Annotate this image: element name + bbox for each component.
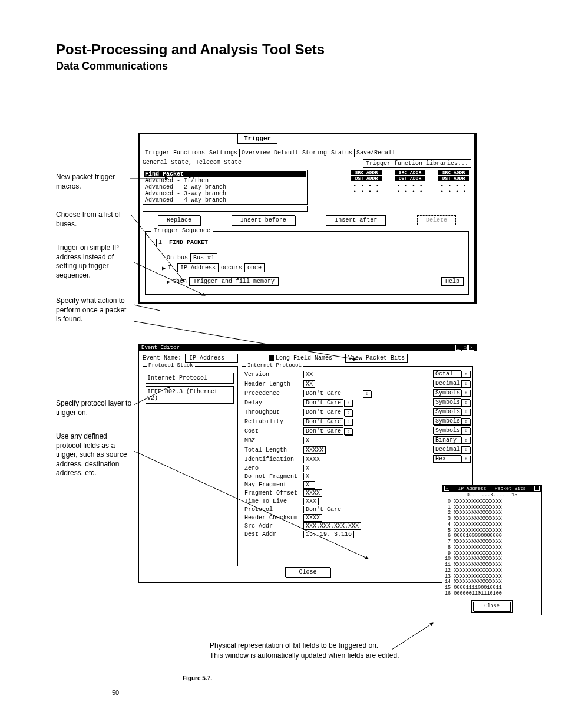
ip-field-value[interactable]: Don't Care: [303, 390, 362, 397]
format-select[interactable]: Decimal: [433, 380, 461, 387]
annot-ip-addr: Trigger on simple IP address instead of …: [56, 243, 133, 280]
ip-field-value[interactable]: X: [303, 473, 315, 480]
event-name-input[interactable]: IP Address: [185, 354, 238, 363]
dropdown-icon[interactable]: ↕: [344, 419, 352, 426]
ip-field-value[interactable]: XXXXX: [303, 446, 326, 454]
trigger-tabs-row: Trigger Functions Settings Overview Defa…: [143, 149, 471, 157]
ip-field-label: Reliability: [244, 418, 303, 426]
ip-field-label: Cost: [244, 427, 303, 435]
ip-field-value[interactable]: XXX: [303, 498, 319, 505]
dropdown-icon[interactable]: ↕: [344, 400, 352, 407]
ip-field-label: Throughput: [244, 409, 303, 416]
if-label: If: [168, 265, 175, 271]
trigger-sequence-frame: Trigger Sequence 1 FIND PACKET ↓ On bus …: [145, 231, 469, 295]
dropdown-icon[interactable]: ↕: [462, 437, 470, 444]
packet-bits-close-button[interactable]: Close: [473, 602, 511, 611]
ip-field-value[interactable]: XX: [303, 380, 315, 388]
protocol-stack-legend: Protocol Stack: [147, 363, 195, 368]
help-button[interactable]: Help: [441, 277, 464, 286]
macro-item[interactable]: Advanced - 4-way branch: [144, 197, 306, 203]
bus-select[interactable]: Bus #1: [190, 253, 217, 262]
dropdown-icon[interactable]: ↕: [363, 390, 371, 397]
format-select[interactable]: Symbols: [433, 417, 461, 425]
format-select[interactable]: Decimal: [433, 446, 461, 453]
ip-field-value[interactable]: Don't Care: [303, 506, 362, 513]
scrollbar-horizontal[interactable]: [143, 206, 308, 212]
ip-field-label: May Fragment: [244, 481, 303, 489]
tab-overview[interactable]: Overview: [240, 149, 272, 157]
dropdown-icon[interactable]: ↕: [344, 409, 352, 416]
packet-bits-title: IP Address - Packet Bits: [458, 486, 525, 491]
ip-legend: Internet Protocol: [246, 363, 303, 368]
event-editor-window: Event Editor _□× Event Name: IP Address …: [138, 344, 477, 583]
ip-field-value[interactable]: XXXX: [303, 489, 322, 497]
ip-field-label: Dest Addr: [244, 531, 303, 538]
dropdown-icon[interactable]: ↕: [462, 371, 470, 378]
tab-save-recall[interactable]: Save/Recall: [355, 149, 397, 157]
format-select[interactable]: Octal: [433, 370, 461, 378]
arrow-down-icon: ↓: [158, 248, 464, 252]
ip-field-label: Protocol: [244, 506, 303, 513]
macro-item[interactable]: Advanced - 3-way branch: [144, 190, 306, 197]
maximize-icon[interactable]: [534, 486, 540, 491]
format-select[interactable]: Symbols: [433, 408, 461, 416]
tab-trigger-functions[interactable]: Trigger Functions: [143, 149, 207, 157]
packet-bits-window: - IP Address - Packet Bits 0.......8....…: [442, 485, 542, 615]
macro-item[interactable]: Advanced - If/then: [144, 177, 306, 184]
trigger-tab[interactable]: Trigger: [237, 133, 277, 144]
occurs-label: occurs: [221, 265, 242, 271]
if-condition[interactable]: IP Address: [177, 263, 219, 272]
format-select[interactable]: Symbols: [433, 398, 461, 406]
dropdown-icon[interactable]: ↕: [462, 446, 470, 453]
event-close-button[interactable]: Close: [285, 567, 330, 577]
format-select[interactable]: Hex: [433, 455, 461, 463]
ip-field-value[interactable]: 15. 19. 3.116: [303, 531, 354, 538]
format-select[interactable]: Binary: [433, 436, 461, 444]
dropdown-icon[interactable]: ↕: [462, 418, 470, 425]
svg-line-3: [134, 305, 160, 311]
tab-default-storing[interactable]: Default Storing: [272, 149, 329, 157]
then-action[interactable]: Trigger and fill memory: [189, 277, 279, 286]
ip-field-value[interactable]: X: [303, 481, 315, 489]
ip-field-value[interactable]: Don't Care: [303, 418, 343, 426]
macro-list[interactable]: Find Packet Advanced - If/then Advanced …: [143, 170, 308, 205]
ip-field-value[interactable]: Don't Care: [303, 427, 343, 435]
close-icon[interactable]: -: [444, 486, 449, 491]
dropdown-icon[interactable]: ↕: [462, 409, 470, 416]
dropdown-icon[interactable]: ↕: [462, 456, 470, 463]
ip-field-value[interactable]: X: [303, 465, 315, 472]
internet-protocol-fieldset: Internet Protocol VersionXXOctal↕Header …: [242, 366, 473, 566]
format-select[interactable]: Symbols: [433, 427, 461, 434]
ip-field-value[interactable]: X: [303, 437, 315, 444]
replace-button[interactable]: Replace: [158, 215, 200, 225]
occurs-value[interactable]: once: [244, 263, 265, 272]
tab-status[interactable]: Status: [329, 149, 355, 157]
window-controls[interactable]: _□×: [455, 345, 474, 351]
tab-settings[interactable]: Settings: [207, 149, 240, 157]
view-packet-bits-button[interactable]: View Packet Bits: [345, 354, 408, 363]
annot-action: Specify what action to perform once a pa…: [56, 297, 133, 324]
dropdown-icon[interactable]: ↕: [462, 380, 470, 387]
format-select[interactable]: Symbols: [433, 389, 461, 397]
proto-item[interactable]: Internet Protocol: [146, 373, 234, 384]
dropdown-icon[interactable]: ↕: [462, 399, 470, 406]
ip-field-value[interactable]: Don't Care: [303, 409, 343, 416]
ip-field-value[interactable]: XXXX: [303, 456, 322, 463]
ip-field-label: Delay: [244, 399, 303, 407]
ip-field-value[interactable]: XXX.XXX.XXX.XXX: [303, 522, 361, 530]
long-field-names-checkbox[interactable]: Long Field Names: [269, 355, 332, 361]
insert-after-button[interactable]: Insert after: [326, 215, 386, 225]
ip-field-label: Precedence: [244, 390, 303, 397]
macro-find-packet[interactable]: Find Packet: [144, 171, 306, 177]
ip-field-value[interactable]: XXXX: [303, 514, 322, 522]
dropdown-icon[interactable]: ↕: [462, 390, 470, 397]
macro-item[interactable]: Advanced - 2-way branch: [144, 184, 306, 190]
lib-button[interactable]: Trigger function libraries...: [363, 159, 471, 168]
page-title: Post-Processing and Analysis Tool Sets: [56, 41, 510, 58]
ip-field-value[interactable]: XX: [303, 371, 315, 378]
insert-before-button[interactable]: Insert before: [232, 215, 295, 225]
dropdown-icon[interactable]: ↕: [344, 428, 352, 435]
dropdown-icon[interactable]: ↕: [462, 427, 470, 434]
ip-field-value[interactable]: Don't Care: [303, 399, 343, 407]
proto-item[interactable]: IEEE 802.3 (Ethernet V2): [146, 386, 234, 404]
